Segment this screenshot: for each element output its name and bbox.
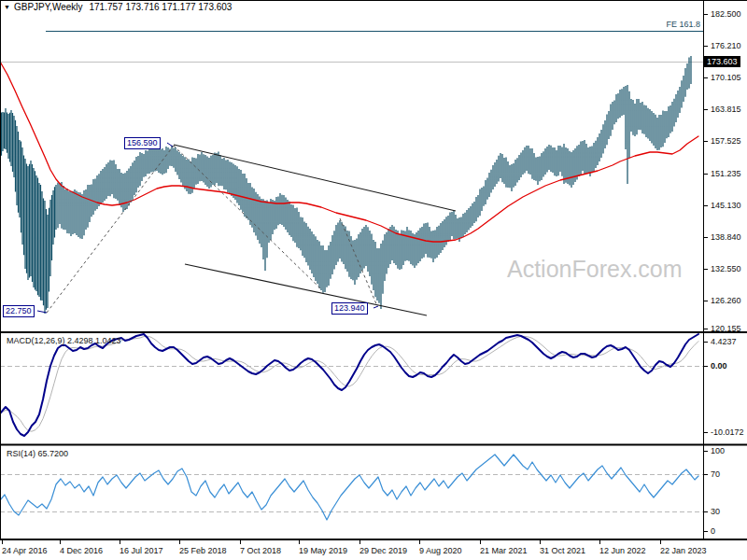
price-axis-label: 163.815 (711, 105, 741, 114)
macd-axis-label: 4.4237 (711, 337, 737, 346)
date-tick-label: 25 Feb 2018 (179, 546, 227, 555)
price-annotation-peak[interactable]: 156.590 (124, 137, 161, 149)
price-axis-label: 126.260 (711, 296, 741, 305)
date-tick-label: 31 Oct 2021 (540, 546, 585, 555)
date-tick-label: 16 Jul 2017 (120, 546, 163, 555)
price-annotation-low-left[interactable]: 22.750 (3, 305, 35, 317)
rsi-indicator-label: RSI(14) 65.7200 (7, 449, 68, 458)
chart-canvas (0, 0, 747, 560)
date-tick-label: 12 Jun 2022 (599, 546, 646, 555)
date-tick-label: 24 Apr 2016 (2, 546, 48, 555)
current-price-badge: 173.603 (704, 56, 740, 67)
fib-extension-label[interactable]: FE 161.8 (644, 20, 700, 29)
date-tick-label: 29 Dec 2019 (359, 546, 407, 555)
price-axis-label: 157.525 (711, 136, 741, 146)
price-axis-label: 120.155 (711, 324, 741, 333)
rsi-axis-label: 30 (711, 507, 720, 516)
date-tick-label: 19 May 2019 (299, 546, 347, 555)
date-tick-label: 22 Jan 2023 (660, 546, 707, 555)
date-tick-label: 21 Mar 2021 (480, 546, 528, 555)
macd-axis-label: -10.0172 (711, 427, 744, 437)
dropdown-arrow-icon[interactable]: ▼ (4, 4, 10, 10)
date-tick-label: 4 Dec 2016 (60, 546, 103, 555)
macd-indicator-label: MACD(12,26,9) 2.4298 1.0423 (7, 336, 121, 345)
rsi-axis-label: 0 (711, 526, 715, 536)
date-tick-label: 7 Oct 2018 (240, 546, 281, 555)
price-axis-label: 132.550 (711, 264, 741, 273)
price-axis-label: 138.840 (711, 232, 741, 242)
rsi-axis-label: 70 (711, 469, 720, 479)
price-axis-label: 182.500 (711, 9, 741, 19)
price-annotation-low-mid[interactable]: 123.940 (331, 302, 368, 315)
chart-window: ActionForex.com ▼GBPJPY,Weekly171.757 17… (0, 0, 747, 560)
price-axis-label: 145.130 (711, 201, 741, 210)
price-axis-label: 151.235 (711, 169, 741, 178)
ohlc-readout: 171.757 173.716 171.177 173.603 (90, 2, 233, 12)
chart-title: ▼GBPJPY,Weekly171.757 173.716 171.177 17… (4, 2, 232, 12)
price-axis-label: 170.105 (711, 73, 741, 82)
rsi-axis-label: 100 (711, 446, 725, 455)
date-tick-label: 9 Aug 2020 (419, 546, 462, 555)
macd-axis-label: 0.00 (711, 361, 727, 371)
symbol-timeframe: GBPJPY,Weekly (14, 2, 83, 12)
price-axis-label: 176.210 (711, 41, 741, 50)
